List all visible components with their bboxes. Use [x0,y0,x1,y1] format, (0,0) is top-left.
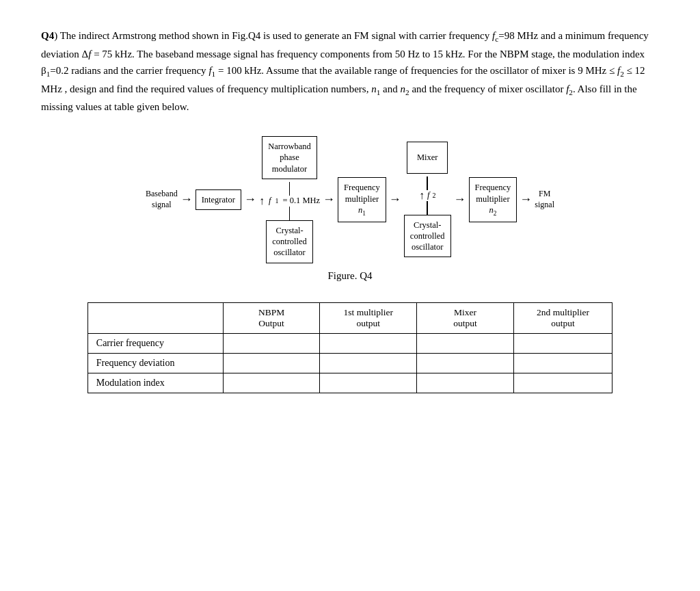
mod-index-label: Modulation index [88,373,223,393]
fm-signal-label: FMsignal [535,189,554,210]
table-header-row: NBPMOutput 1st multiplieroutput Mixerout… [88,302,612,333]
carrier-freq-label: Carrier frequency [88,333,223,353]
mixer-block: Mixer [407,142,448,173]
carrier-1st [320,333,417,353]
freqdev-mixer [417,353,514,373]
block-diagram: Basebandsignal Integrator Narrowbandphas… [41,136,659,263]
f2-sub: 2 [432,192,435,199]
freq-mult2-block: Frequencymultipliern2 [469,177,517,222]
integrator-block: Integrator [196,189,241,210]
figure-caption: Figure. Q4 [41,270,659,282]
arrow5 [451,192,469,207]
arrow2 [241,192,259,207]
table-row: Frequency deviation [88,353,612,373]
osc2-block: Crystal-controlledoscillator [404,215,451,258]
arrow6 [517,192,535,207]
table-row: Modulation index [88,373,612,393]
carrier-2nd [513,333,612,353]
f1-sub: 1 [275,197,278,205]
header-1st-mult: 1st multiplieroutput [320,302,417,333]
f1-label: f [269,196,271,206]
nbpm-block-group: Narrowbandphasemodulator ↑ f1 = 0.1 MHz … [259,136,320,263]
arrow4 [386,192,404,207]
header-mixer: Mixeroutput [417,302,514,333]
header-2nd-mult: 2nd multiplieroutput [513,302,612,333]
osc1-connection: ↑ f1 = 0.1 MHz Crystal-controlledoscilla… [259,182,320,263]
f1-value: = 0.1 MHz [282,196,320,206]
modidx-1st [320,373,417,393]
carrier-mixer [417,333,514,353]
header-nbpm: NBPMOutput [223,302,320,333]
nbpm-block: Narrowbandphasemodulator [262,136,317,179]
main-signal-flow: Basebandsignal Integrator Narrowbandphas… [146,136,554,263]
question-text: Q4) The indirect Armstrong method shown … [41,27,659,116]
data-table: NBPMOutput 1st multiplieroutput Mixerout… [88,302,612,393]
header-empty [88,302,223,333]
baseband-label: Basebandsignal [146,189,178,210]
up-arrow2: ↑ [419,190,425,201]
up-arrow1: ↑ [259,196,265,207]
modidx-2nd [513,373,612,393]
freq-dev-label: Frequency deviation [88,353,223,373]
table-row: Carrier frequency [88,333,612,353]
freqdev-nbpm [223,353,320,373]
f2-label: f [427,190,429,200]
osc1-block: Crystal-controlledoscillator [266,220,313,263]
arrow1 [178,192,196,207]
modidx-mixer [417,373,514,393]
modidx-nbpm [223,373,320,393]
carrier-nbpm [223,333,320,353]
freq-mult1-block: Frequencymultipliern1 [338,177,386,222]
freqdev-1st [320,353,417,373]
freqdev-2nd [513,353,612,373]
mixer-block-group: Mixer ↑ f2 Crystal-controlledoscillator [404,142,451,257]
arrow3 [320,192,338,207]
osc2-connection: ↑ f2 Crystal-controlledoscillator [404,176,451,258]
question-label: Q4 [41,30,54,41]
